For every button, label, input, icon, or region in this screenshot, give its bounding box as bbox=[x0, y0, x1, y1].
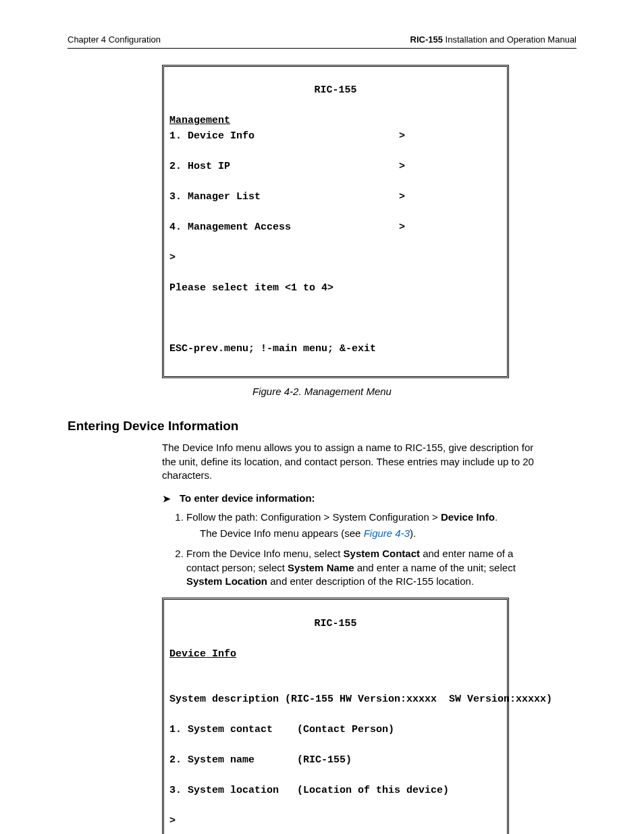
header-left: Chapter 4 Configuration bbox=[68, 34, 161, 46]
menu-item: 1. Device Info> bbox=[169, 129, 502, 145]
terminal-title: RIC-155 bbox=[169, 617, 502, 632]
terminal-prompt: > bbox=[169, 251, 502, 266]
header-right: RIC-155 Installation and Operation Manua… bbox=[410, 34, 576, 46]
procedure-heading: ➤ To enter device information: bbox=[162, 492, 536, 506]
terminal-line: 1. System contact (Contact Person) bbox=[169, 723, 502, 738]
paragraph: The Device Info menu allows you to assig… bbox=[162, 441, 536, 482]
step: Follow the path: Configuration > System … bbox=[186, 511, 536, 541]
section-heading: Entering Device Information bbox=[68, 417, 576, 435]
procedure-steps: Follow the path: Configuration > System … bbox=[186, 511, 536, 588]
figure-link[interactable]: Figure 4-3 bbox=[364, 527, 410, 539]
terminal-section: Device Info bbox=[169, 648, 236, 660]
terminal-device-info-menu: RIC-155 Device Info System description (… bbox=[162, 598, 509, 834]
figure-caption: Figure 4-2. Management Menu bbox=[68, 385, 576, 398]
menu-item: 2. Host IP> bbox=[169, 159, 502, 175]
step: From the Device Info menu, select System… bbox=[186, 547, 536, 588]
page-header: Chapter 4 Configuration RIC-155 Installa… bbox=[68, 34, 576, 49]
menu-item: 4. Management Access> bbox=[169, 220, 502, 236]
terminal-line: System description (RIC-155 HW Version:x… bbox=[169, 692, 502, 708]
terminal-line: 3. System location (Location of this dev… bbox=[169, 783, 502, 799]
terminal-management-menu: RIC-155 Management 1. Device Info> 2. Ho… bbox=[162, 65, 509, 378]
terminal-title: RIC-155 bbox=[169, 83, 502, 99]
terminal-line: 2. System name (RIC-155) bbox=[169, 753, 502, 768]
arrow-icon: ➤ bbox=[162, 492, 180, 506]
menu-item: 3. Manager List> bbox=[169, 190, 502, 205]
terminal-section: Management bbox=[169, 115, 230, 126]
terminal-select-line: Please select item <1 to 4> bbox=[169, 281, 502, 296]
terminal-prompt: > bbox=[169, 814, 502, 829]
terminal-footer: ESC-prev.menu; !-main menu; &-exit bbox=[169, 342, 502, 357]
